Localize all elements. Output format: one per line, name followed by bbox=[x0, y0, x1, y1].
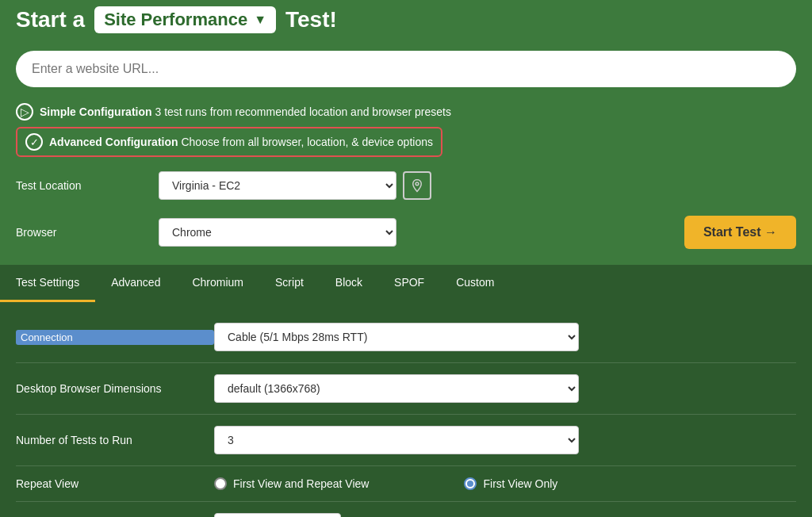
browser-row: Browser Chrome Start Test → bbox=[0, 208, 812, 257]
desktop-select[interactable]: default (1366x768) bbox=[214, 374, 579, 403]
radio-first-repeat-icon bbox=[214, 477, 227, 490]
repeat-view-first-only[interactable]: First View Only bbox=[464, 477, 557, 490]
radio-first-only-icon bbox=[464, 477, 477, 490]
desktop-label: Desktop Browser Dimensions bbox=[16, 382, 214, 395]
start-test-button[interactable]: Start Test → bbox=[684, 216, 796, 249]
repeat-view-first-and-repeat[interactable]: First View and Repeat View bbox=[214, 477, 369, 490]
tab-test-settings[interactable]: Test Settings bbox=[0, 265, 95, 302]
connection-label: Connection bbox=[16, 330, 214, 345]
page-header: Start a Site Performance ▼ Test! bbox=[0, 0, 812, 41]
browser-select[interactable]: Chrome bbox=[159, 218, 396, 247]
test-location-label: Test Location bbox=[16, 179, 159, 192]
config-section: ▷ Simple Configuration 3 test runs from … bbox=[0, 97, 812, 163]
simple-config-option[interactable]: ▷ Simple Configuration 3 test runs from … bbox=[16, 103, 796, 121]
advanced-config-label: Advanced Configuration Choose from all b… bbox=[49, 136, 433, 148]
advanced-config-option[interactable]: ✓ Advanced Configuration Choose from all… bbox=[16, 127, 442, 157]
repeat-view-row: Repeat View First View and Repeat View F… bbox=[16, 469, 796, 498]
tests-row: Number of Tests to Run 3 bbox=[16, 418, 796, 462]
site-performance-dropdown[interactable]: Site Performance ▼ bbox=[94, 6, 276, 33]
url-section bbox=[0, 41, 812, 97]
desktop-dimensions-row: Desktop Browser Dimensions default (1366… bbox=[16, 366, 796, 411]
tests-select[interactable]: 3 bbox=[214, 426, 579, 454]
header-title-text: Site Performance bbox=[104, 10, 247, 30]
divider1 bbox=[16, 362, 796, 363]
label-input[interactable] bbox=[214, 513, 341, 517]
svg-point-0 bbox=[416, 182, 419, 186]
tab-block[interactable]: Block bbox=[320, 265, 378, 302]
tests-label: Number of Tests to Run bbox=[16, 434, 214, 446]
test-location-row: Test Location Virginia - EC2 bbox=[0, 163, 812, 208]
simple-config-icon: ▷ bbox=[16, 103, 33, 121]
url-input[interactable] bbox=[16, 51, 796, 87]
repeat-view-label: Repeat View bbox=[16, 477, 214, 490]
tab-spof[interactable]: SPOF bbox=[378, 265, 440, 302]
label-row: Label bbox=[16, 505, 796, 517]
chevron-down-icon: ▼ bbox=[254, 13, 266, 27]
tabs-header: Test Settings Advanced Chromium Script B… bbox=[0, 265, 812, 302]
repeat-option1-label: First View and Repeat View bbox=[233, 477, 369, 490]
repeat-view-options: First View and Repeat View First View On… bbox=[214, 477, 557, 490]
connection-row: Connection Cable (5/1 Mbps 28ms RTT) bbox=[16, 315, 796, 359]
simple-config-label: Simple Configuration 3 test runs from re… bbox=[40, 105, 451, 118]
connection-label-cell: Connection bbox=[16, 330, 214, 345]
tab-script[interactable]: Script bbox=[259, 265, 320, 302]
browser-label: Browser bbox=[16, 226, 159, 239]
repeat-option2-label: First View Only bbox=[483, 477, 557, 490]
tabs-section: Test Settings Advanced Chromium Script B… bbox=[0, 265, 812, 517]
map-icon-button[interactable] bbox=[403, 171, 431, 200]
check-circle-icon: ✓ bbox=[25, 133, 43, 151]
connection-select[interactable]: Cable (5/1 Mbps 28ms RTT) bbox=[214, 323, 579, 351]
tab-chromium[interactable]: Chromium bbox=[176, 265, 259, 302]
tab-custom[interactable]: Custom bbox=[440, 265, 510, 302]
divider4 bbox=[16, 501, 796, 502]
location-controls: Virginia - EC2 bbox=[159, 171, 431, 200]
divider3 bbox=[16, 465, 796, 466]
header-start-text: Start a bbox=[16, 7, 85, 33]
tab-advanced[interactable]: Advanced bbox=[95, 265, 176, 302]
divider2 bbox=[16, 414, 796, 415]
tabs-content: Connection Cable (5/1 Mbps 28ms RTT) Des… bbox=[0, 302, 812, 517]
header-test-text: Test! bbox=[285, 7, 337, 33]
test-location-select[interactable]: Virginia - EC2 bbox=[159, 171, 396, 200]
